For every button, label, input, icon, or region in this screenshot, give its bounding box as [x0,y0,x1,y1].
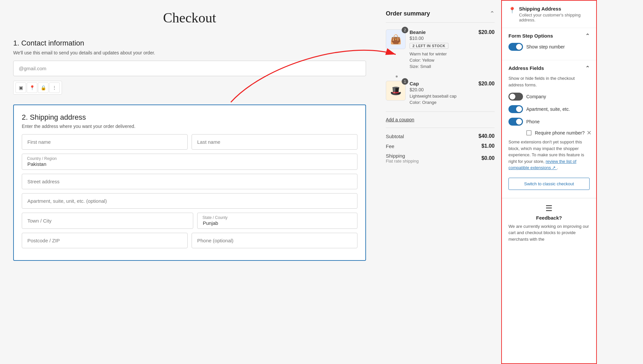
shipping-sublabel: Flat rate shipping [386,159,419,164]
page-title: Checkout [13,10,366,26]
form-step-options-section: Form Step Options ⌃ Show step number [502,28,596,60]
beanie-description: Warm hat for winter [410,51,475,56]
more-options-button[interactable]: ⋮ [49,82,60,93]
show-step-label: Show step number [526,44,565,49]
order-item-beanie: 👜 2 Beanie $10.00 2 LEFT IN STOCK Warm h… [386,29,495,69]
apartment-wrapper [22,193,357,209]
country-label: Country / Region [27,156,57,161]
block-icon: ▣ [19,85,23,90]
shipping-section: 2. Shipping address Enter the address wh… [13,105,366,261]
address-fields-subtitle: Show or hide fields in the checkout addr… [508,75,590,88]
contact-subtitle: We'll use this email to send you details… [13,50,366,55]
phone-toggle-row: Phone [508,118,590,126]
beanie-details: Beanie $10.00 2 LEFT IN STOCK Warm hat f… [410,29,475,69]
street-wrapper [22,174,357,189]
show-step-toggle[interactable] [508,43,523,51]
extensions-info-text: Some extensions don't yet support this b… [508,139,590,171]
form-step-collapse-icon[interactable]: ⌃ [585,33,590,39]
editor-toolbar: ▣ 📍 🔒 ⋮ [13,81,62,95]
street-field[interactable] [22,174,357,189]
city-state-row: State / County [22,213,357,229]
block-icon-button[interactable]: ▣ [15,82,26,93]
postcode-phone-row [22,233,357,248]
apartment-field[interactable] [22,193,357,209]
postcode-field[interactable] [22,233,188,248]
apartment-label: Apartment, suite, etc. [526,106,570,112]
classic-checkout-button[interactable]: Switch to classic checkout [508,178,590,190]
order-item-cap: 🎩 1 Cap $20.00 Lightweight baseball cap … [386,81,495,105]
fee-row: Fee $1.00 [386,143,495,149]
lock-icon: 🔒 [41,85,46,90]
panel-header-text: Shipping Address Collect your customer's… [519,6,590,22]
cap-total: $20.00 [478,81,495,87]
company-toggle[interactable] [508,93,523,101]
cap-details: Cap $20.00 Lightweight baseball cap Colo… [410,81,475,105]
cap-quantity-badge: 1 [402,78,408,85]
phone-label: Phone [526,119,539,124]
company-toggle-row: Company [508,93,590,101]
summary-title: Order summary [386,10,430,17]
fee-label: Fee [386,143,394,149]
show-step-toggle-row: Show step number [508,43,590,51]
email-field[interactable] [13,61,366,76]
shipping-labels: Shipping Flat rate shipping [386,153,419,164]
first-name-field[interactable] [22,134,188,150]
cap-color: Color: Orange [410,100,475,105]
beanie-img-wrapper: 👜 2 [386,29,406,49]
cap-description: Lightweight baseball cap [410,94,475,99]
last-name-field[interactable] [192,134,357,150]
subtotal-value: $40.00 [478,133,495,139]
feedback-text: We are currently working on improving ou… [508,223,590,243]
apartment-toggle[interactable] [508,105,523,113]
beanie-name: Beanie [410,29,475,35]
shipping-step-title: 2. Shipping address [22,113,357,122]
location-pin-icon: 📍 [508,7,516,14]
company-label: Company [526,94,546,99]
dot-separator [396,76,398,77]
address-fields-collapse-icon[interactable]: ⌃ [585,65,590,71]
shipping-row: Shipping Flat rate shipping $0.00 [386,153,495,164]
require-phone-row: Require phone number? [526,130,590,136]
country-field[interactable] [22,154,357,170]
subtotal-row: Subtotal $40.00 [386,133,495,139]
summary-collapse-icon[interactable]: ⌃ [490,10,495,17]
state-label: State / County [202,215,228,220]
cap-name: Cap [410,81,475,86]
location-icon: 📍 [29,85,35,90]
name-row [22,134,357,150]
phone-toggle[interactable] [508,118,523,126]
right-panel: 📍 Shipping Address Collect your customer… [501,0,597,364]
panel-shipping-header: 📍 Shipping Address Collect your customer… [502,1,596,28]
panel-subtitle: Collect your customer's shipping address… [519,13,590,22]
feedback-title: Feedback? [508,215,590,221]
contact-section: 1. Contact information We'll use this em… [13,39,366,95]
panel-title: Shipping Address [519,6,590,12]
address-fields-title: Address Fields ⌃ [508,65,590,71]
beanie-stock-badge: 2 LEFT IN STOCK [410,43,448,49]
state-wrapper: State / County [197,213,357,229]
shipping-subtitle: Enter the address where you want your or… [22,124,357,129]
city-field[interactable] [22,213,193,229]
panel-close-button[interactable]: ✕ [587,129,592,136]
beanie-total: $20.00 [478,29,495,35]
beanie-quantity-badge: 2 [402,27,408,33]
lock-icon-button[interactable]: 🔒 [38,82,48,93]
cap-img-wrapper: 🎩 1 [386,81,406,101]
require-phone-label: Require phone number? [535,130,585,136]
coupon-link[interactable]: Add a coupon [386,117,495,122]
main-content: Checkout 1. Contact information We'll us… [0,0,379,364]
location-icon-button[interactable]: 📍 [27,82,37,93]
cap-unit-price: $20.00 [410,87,475,92]
summary-header: Order summary ⌃ [386,10,495,23]
apartment-toggle-row: Apartment, suite, etc. [508,105,590,113]
country-wrapper: Country / Region [22,154,357,170]
contact-step-title: 1. Contact information [13,39,366,47]
form-step-options-title: Form Step Options ⌃ [508,33,590,39]
more-icon: ⋮ [52,85,57,90]
feedback-section: ☰ Feedback? We are currently working on … [502,198,596,248]
beanie-size: Size: Small [410,64,475,69]
shipping-value: $0.00 [481,155,495,161]
require-phone-checkbox[interactable] [526,130,532,136]
shipping-label: Shipping [386,153,419,159]
phone-field[interactable] [192,233,357,248]
